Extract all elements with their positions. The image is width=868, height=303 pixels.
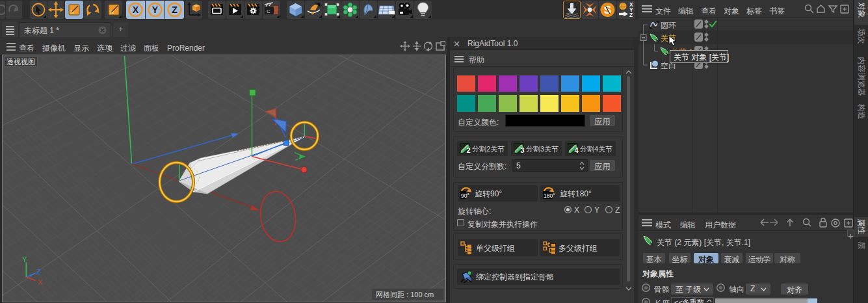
svg-text:4: 4 — [575, 146, 579, 154]
svg-text:C: C — [267, 8, 270, 14]
svg-text:2: 2 — [467, 146, 471, 154]
svg-text:Z: Z — [629, 12, 633, 18]
svg-text:90°: 90° — [461, 192, 469, 199]
svg-text:3: 3 — [521, 146, 525, 154]
svg-text:X: X — [133, 5, 139, 15]
svg-text:180°: 180° — [544, 192, 555, 199]
svg-text:Y: Y — [152, 5, 159, 15]
svg-text:Z: Z — [172, 5, 178, 15]
